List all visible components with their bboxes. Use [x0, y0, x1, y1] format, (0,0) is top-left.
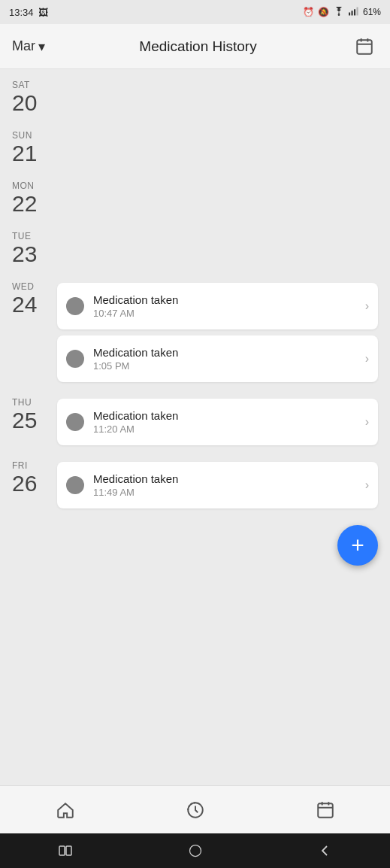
day-entries-wed-24: Medication taken 10:47 AM › Medication t… [57, 281, 378, 382]
med-title: Medication taken [93, 472, 356, 485]
med-card-wed-entry-2[interactable]: Medication taken 1:05 PM › [57, 335, 378, 382]
med-dot [66, 476, 84, 494]
calendar-icon[interactable] [351, 33, 378, 60]
day-entries-tue-23 [57, 231, 378, 255]
gallery-icon: 🖼 [38, 7, 48, 18]
day-number-thu-25: 25 [12, 408, 57, 432]
home-button[interactable] [180, 839, 210, 862]
svg-rect-14 [59, 846, 65, 855]
day-number-mon-22: 22 [12, 191, 57, 216]
med-card-fri-entry-1[interactable]: Medication taken 11:49 AM › [57, 462, 378, 508]
nav-history[interactable] [173, 794, 218, 827]
day-name-sun-21: SUN [12, 130, 57, 141]
svg-rect-5 [357, 40, 372, 53]
wifi-icon [333, 7, 345, 18]
day-entries-mon-22 [57, 181, 378, 205]
med-info: Medication taken 11:20 AM [93, 409, 356, 435]
med-title: Medication taken [93, 409, 356, 422]
svg-rect-15 [66, 846, 71, 855]
day-name-sat-20: SAT [12, 80, 57, 90]
chevron-right-icon: › [365, 352, 369, 366]
day-section-fri-26: FRI26 Medication taken 11:49 AM › [0, 450, 390, 513]
med-info: Medication taken 10:47 AM [93, 293, 356, 319]
nav-home[interactable] [43, 794, 88, 827]
day-name-tue-23: TUE [12, 231, 57, 241]
day-entries-sun-21 [57, 130, 378, 154]
mute-icon: 🔕 [318, 7, 329, 17]
svg-rect-1 [349, 12, 350, 15]
svg-rect-2 [351, 11, 352, 15]
day-name-fri-26: FRI [12, 460, 57, 471]
day-section-mon-22: MON22 [0, 170, 390, 220]
svg-rect-10 [318, 803, 333, 817]
svg-point-16 [189, 845, 201, 857]
day-number-wed-24: 24 [12, 292, 57, 317]
day-name-wed-24: WED [12, 281, 57, 292]
day-section-tue-23: TUE23 [0, 220, 390, 271]
day-name-mon-22: MON [12, 181, 57, 191]
chevron-right-icon: › [365, 478, 369, 492]
svg-rect-4 [356, 7, 358, 15]
med-time: 11:49 AM [93, 487, 356, 498]
day-number-tue-23: 23 [12, 241, 57, 266]
status-time: 13:34 [9, 7, 34, 18]
med-time: 1:05 PM [93, 360, 356, 372]
med-title: Medication taken [93, 346, 356, 359]
bottom-navigation [0, 785, 390, 833]
med-dot [66, 297, 84, 315]
med-info: Medication taken 1:05 PM [93, 346, 356, 372]
day-section-wed-24: WED24 Medication taken 10:47 AM › Medica… [0, 271, 390, 387]
med-time: 10:47 AM [93, 308, 356, 319]
chevron-right-icon: › [365, 415, 369, 429]
day-section-thu-25: THU25 Medication taken 11:20 AM › [0, 387, 390, 450]
day-entries-thu-25: Medication taken 11:20 AM › [57, 397, 378, 445]
chevron-right-icon: › [365, 299, 369, 313]
med-card-wed-entry-1[interactable]: Medication taken 10:47 AM › [57, 283, 378, 329]
add-medication-fab[interactable]: + [337, 525, 378, 566]
app-header: Mar ▾ Medication History [0, 24, 390, 69]
recents-button[interactable] [50, 839, 80, 862]
day-entries-fri-26: Medication taken 11:49 AM › [57, 460, 378, 508]
day-entries-sat-20 [57, 80, 378, 104]
svg-point-0 [338, 14, 340, 16]
page-title: Medication History [45, 38, 351, 55]
day-name-thu-25: THU [12, 397, 57, 408]
day-number-fri-26: 26 [12, 471, 57, 496]
month-selector[interactable]: Mar ▾ [12, 38, 45, 55]
svg-rect-3 [354, 9, 355, 15]
med-dot [66, 350, 84, 368]
chevron-down-icon: ▾ [38, 38, 45, 55]
day-number-sun-21: 21 [12, 141, 57, 165]
content-area: SAT20SUN21MON22TUE23WED24 Medication tak… [0, 69, 390, 785]
signal-icon [349, 7, 359, 18]
day-section-sat-20: SAT20 [0, 69, 390, 120]
month-label: Mar [12, 38, 35, 54]
battery-text: 61% [363, 7, 381, 17]
status-bar: 13:34 🖼 ⏰ 🔕 61% [0, 0, 390, 24]
plus-icon: + [351, 534, 364, 557]
med-dot [66, 413, 84, 431]
day-number-sat-20: 20 [12, 90, 57, 115]
back-button[interactable] [310, 839, 340, 862]
nav-calendar[interactable] [303, 794, 348, 827]
med-time: 11:20 AM [93, 423, 356, 435]
med-title: Medication taken [93, 293, 356, 306]
day-section-sun-21: SUN21 [0, 120, 390, 170]
alarm-icon: ⏰ [303, 7, 314, 17]
med-card-thu-entry-1[interactable]: Medication taken 11:20 AM › [57, 399, 378, 445]
system-bar [0, 833, 390, 868]
med-info: Medication taken 11:49 AM [93, 472, 356, 498]
